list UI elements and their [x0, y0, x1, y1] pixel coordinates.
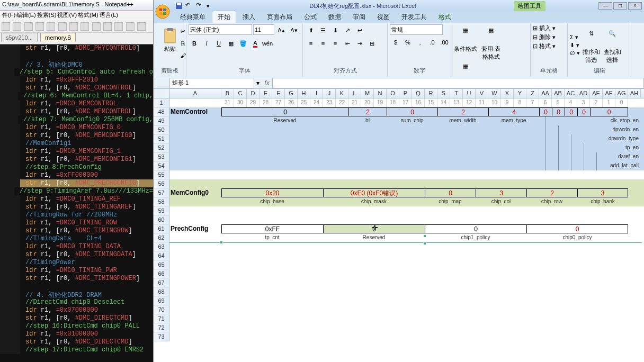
align-top-icon[interactable]: ⬆ — [305, 24, 317, 36]
formula-input[interactable] — [272, 78, 644, 88]
notepad-menu-item[interactable]: 视图(V) — [57, 12, 77, 18]
replace-icon[interactable] — [137, 22, 146, 31]
decrease-font-icon[interactable]: A▾ — [288, 24, 300, 36]
percent-icon[interactable]: % — [402, 37, 414, 48]
row-header[interactable]: 67 — [154, 278, 169, 287]
column-header[interactable]: AE — [590, 89, 603, 98]
notepad-menu-item[interactable]: 搜索(S) — [37, 12, 57, 18]
code-line[interactable]: ldr r1, =DMC0_MEMCONFIG_1 — [0, 148, 153, 156]
column-header[interactable]: F — [272, 89, 285, 98]
column-header[interactable]: N — [374, 89, 387, 98]
notepad-editor[interactable]: str r1, [r0, #DMC_PHYCONTROL0]// 3. 初始化D… — [0, 44, 153, 362]
font-size-select[interactable] — [253, 24, 274, 35]
clear-icon[interactable]: ∅ ▾ — [570, 50, 580, 57]
ribbon-tab-公式[interactable]: 公式 — [299, 11, 322, 23]
column-header[interactable]: V — [476, 89, 488, 98]
ribbon-tab-开始[interactable]: 开始 — [212, 11, 236, 23]
fill-icon[interactable]: ⬇ ▾ — [570, 42, 580, 49]
code-line[interactable] — [0, 52, 153, 60]
name-box-dropdown-icon[interactable]: ▾ — [254, 79, 262, 87]
code-line[interactable]: str r1, [r0, #DMC_MEMCONFIG1] — [0, 156, 153, 164]
row-header[interactable]: 69 — [154, 296, 169, 305]
code-line[interactable]: ldr r1, =0x01000000 — [0, 330, 153, 338]
paste-icon[interactable] — [92, 22, 101, 31]
code-line[interactable]: // 3. 初始化DMC0 — [0, 60, 153, 68]
notepad-toolbar[interactable] — [0, 20, 153, 33]
row-header[interactable]: 54 — [154, 161, 169, 170]
column-header[interactable]: J — [323, 89, 336, 98]
row-header[interactable]: 61 — [154, 224, 169, 233]
code-line[interactable]: ldr r1, =DMC0_TIMING_DATA — [0, 243, 153, 251]
wrap-text-icon[interactable]: ↩ — [354, 24, 365, 36]
register-field[interactable]: 0x20 — [221, 188, 323, 197]
saveall-icon[interactable] — [35, 22, 44, 31]
align-bottom-icon[interactable]: ⬇ — [329, 24, 341, 36]
code-line[interactable]: //step 17:DirectCmd chip0 EMRS2 — [0, 346, 153, 354]
increase-font-icon[interactable]: A▴ — [275, 24, 287, 36]
code-line[interactable]: str r1, [r0, #DMC_CONCONTROL] — [0, 84, 153, 92]
code-line[interactable]: str r1, [r0, #DMC_DIRECTCMD] — [0, 314, 153, 322]
code-line[interactable]: str r1, [r0, #DMC_PHYCONTROL0] — [0, 44, 153, 52]
code-line[interactable] — [0, 283, 153, 291]
ribbon-tabs[interactable]: 经典菜单开始插入页面布局公式数据审阅视图开发工具格式 — [154, 12, 644, 23]
row-header[interactable]: 59 — [154, 206, 169, 215]
italic-button[interactable]: I — [201, 38, 212, 49]
column-header[interactable]: K — [336, 89, 348, 98]
currency-icon[interactable]: $ — [390, 37, 401, 48]
merge-icon[interactable]: ⊞ — [366, 38, 378, 49]
column-header[interactable]: AG — [615, 89, 628, 98]
font-name-select[interactable] — [189, 24, 252, 35]
ribbon-tab-页面布局[interactable]: 页面布局 — [262, 11, 298, 23]
office-button[interactable] — [154, 0, 172, 23]
bold-button[interactable]: B — [189, 38, 200, 49]
register-field[interactable]: 0 — [577, 107, 590, 116]
decrease-indent-icon[interactable]: ⇤ — [342, 38, 353, 49]
row-header[interactable]: 66 — [154, 269, 169, 278]
register-field[interactable]: 0 — [565, 107, 577, 116]
register-field[interactable]: 0xFF — [221, 224, 323, 233]
row-header[interactable]: 50 — [154, 125, 169, 134]
fx-icon[interactable]: fx — [262, 79, 272, 87]
undo-icon[interactable]: ↶ — [185, 2, 194, 10]
row-header[interactable]: 53 — [154, 152, 169, 161]
font-color-icon[interactable]: A — [249, 38, 261, 49]
excel-grid[interactable]: ABCDEFGHIJKLMNOPQRSTUVWXYZAAABACADAEAFAG… — [154, 89, 644, 362]
register-field[interactable]: 0 — [590, 107, 628, 116]
code-line[interactable]: str r1, [r0, #DMC_PRECHCONFIG] — [0, 179, 153, 187]
underline-button[interactable]: U — [213, 38, 225, 49]
notepad-menu-item[interactable]: 件(F) — [2, 12, 15, 18]
code-line[interactable]: str r1, [r0, #DMC_TIMINGDATA] — [0, 251, 153, 259]
phonetic-icon[interactable]: wén — [262, 38, 273, 49]
row-header[interactable]: 48 — [154, 107, 169, 116]
row-header[interactable]: 72 — [154, 323, 169, 332]
open-icon[interactable] — [13, 22, 21, 31]
close-button[interactable]: × — [628, 2, 642, 10]
code-line[interactable]: // 4. 初始化DDR2 DRAM — [0, 291, 153, 298]
register-field[interactable]: 0 — [526, 224, 628, 233]
column-header[interactable]: AD — [577, 89, 590, 98]
code-line[interactable]: ldr r1, =0x07000000 — [0, 306, 153, 314]
save-icon[interactable] — [24, 22, 33, 31]
column-header[interactable]: AH — [628, 89, 641, 98]
row-header[interactable]: 57 — [154, 188, 169, 197]
comma-icon[interactable]: , — [414, 37, 426, 48]
notepad-menubar[interactable]: 件(F)编辑(E)搜索(S)视图(V)格式(M)语言(L) — [0, 11, 153, 20]
column-header[interactable]: E — [260, 89, 272, 98]
column-header[interactable]: I — [310, 89, 323, 98]
register-field[interactable]: 0 — [425, 224, 526, 233]
ribbon-tab-经典菜单[interactable]: 经典菜单 — [175, 11, 211, 23]
fill-color-icon[interactable]: 🪣 — [237, 38, 249, 49]
column-header[interactable]: B — [221, 89, 234, 98]
column-header[interactable]: C — [234, 89, 247, 98]
name-box[interactable] — [169, 78, 254, 88]
close-icon[interactable] — [47, 22, 55, 31]
register-field[interactable]: 3 — [577, 188, 628, 197]
notepad-menu-item[interactable]: 格式(M) — [78, 12, 99, 18]
row-header[interactable]: 68 — [154, 287, 169, 296]
column-header[interactable]: A — [169, 89, 221, 98]
column-header[interactable]: AA — [539, 89, 552, 98]
align-right-icon[interactable]: ≡ — [329, 38, 341, 49]
notepad-tab-0[interactable]: s5pv210... — [1, 33, 38, 42]
decrease-decimal-icon[interactable]: .00 — [439, 37, 450, 48]
cut-icon[interactable]: ✂ — [177, 25, 189, 37]
